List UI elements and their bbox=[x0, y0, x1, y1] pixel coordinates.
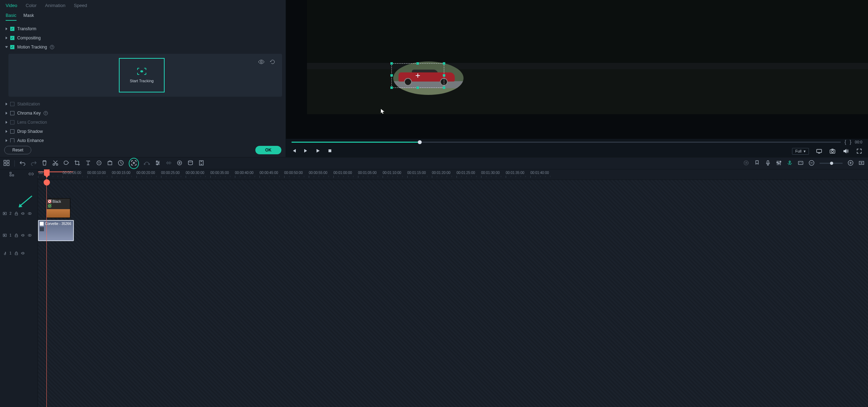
zoom-slider[interactable] bbox=[819, 163, 843, 164]
text-icon[interactable] bbox=[85, 160, 91, 167]
cut-icon[interactable] bbox=[52, 160, 58, 167]
compositing-checkbox[interactable]: ✓ bbox=[10, 36, 14, 40]
preview-viewport[interactable] bbox=[286, 0, 868, 139]
playhead-flag[interactable] bbox=[44, 169, 50, 176]
stabilization-checkbox[interactable] bbox=[10, 102, 14, 106]
mute-icon[interactable] bbox=[21, 233, 25, 237]
zoom-fit-icon[interactable] bbox=[859, 160, 864, 167]
preview-tracking-icon[interactable] bbox=[258, 59, 264, 66]
tracking-center-cross[interactable] bbox=[416, 73, 420, 78]
motion-tracking-checkbox[interactable]: ✓ bbox=[10, 45, 14, 49]
tracking-rectangle[interactable] bbox=[391, 63, 444, 88]
caption-icon[interactable] bbox=[798, 160, 804, 167]
speed-icon[interactable] bbox=[118, 160, 124, 167]
tab-video[interactable]: Video bbox=[6, 3, 17, 8]
snapshot-icon[interactable] bbox=[829, 148, 836, 154]
clip-black[interactable]: Black bbox=[46, 198, 70, 218]
adjust-icon[interactable] bbox=[155, 160, 161, 167]
timeline-canvas[interactable]: :00:0000:00:05:0000:00:10:0000:00:15:000… bbox=[38, 169, 868, 407]
zoom-in-icon[interactable] bbox=[848, 160, 854, 167]
display-mode-icon[interactable] bbox=[816, 148, 822, 154]
marker-icon[interactable] bbox=[754, 160, 760, 167]
step-forward-button[interactable] bbox=[304, 148, 308, 154]
resize-handle-w[interactable] bbox=[390, 74, 393, 77]
step-back-button[interactable] bbox=[292, 148, 296, 154]
track-header-v1[interactable]: 1 bbox=[0, 224, 38, 246]
resize-handle-sw[interactable] bbox=[390, 86, 393, 89]
resize-handle-s[interactable] bbox=[416, 86, 419, 89]
resize-handle-n[interactable] bbox=[416, 62, 419, 65]
help-icon[interactable]: ? bbox=[44, 111, 48, 115]
section-motion-tracking[interactable]: ✓ Motion Tracking ? bbox=[6, 43, 282, 52]
resize-handle-nw[interactable] bbox=[390, 62, 393, 65]
play-button[interactable] bbox=[315, 148, 320, 154]
label-icon[interactable] bbox=[63, 160, 69, 167]
playhead-grip[interactable] bbox=[44, 179, 50, 186]
stop-button[interactable] bbox=[327, 148, 332, 154]
crop-icon[interactable] bbox=[74, 160, 80, 167]
color-match-icon[interactable] bbox=[107, 160, 113, 167]
visibility-icon[interactable] bbox=[28, 233, 32, 237]
quality-dropdown[interactable]: Full ▾ bbox=[792, 148, 809, 155]
resize-handle-ne[interactable] bbox=[443, 62, 445, 65]
zoom-out-icon[interactable] bbox=[809, 160, 815, 167]
motion-tracking-tool-icon[interactable] bbox=[129, 158, 139, 169]
section-drop-shadow[interactable]: Drop Shadow bbox=[6, 127, 282, 136]
section-chroma-key[interactable]: Chroma Key ? bbox=[6, 109, 282, 118]
undo-icon[interactable] bbox=[20, 160, 26, 167]
tab-color[interactable]: Color bbox=[26, 3, 37, 8]
effects-icon[interactable] bbox=[743, 160, 749, 167]
tab-speed[interactable]: Speed bbox=[74, 3, 87, 8]
start-tracking-button[interactable]: Start Tracking bbox=[119, 58, 165, 92]
transform-checkbox[interactable]: ✓ bbox=[10, 27, 14, 31]
section-stabilization[interactable]: Stabilization bbox=[6, 99, 282, 109]
tracks-area[interactable]: Black Corvette - 35266 bbox=[38, 180, 868, 407]
scrub-track[interactable] bbox=[292, 142, 841, 143]
mark-in-brace[interactable]: { bbox=[844, 139, 846, 145]
lens-correction-checkbox[interactable] bbox=[10, 120, 14, 124]
audio-sync-icon[interactable] bbox=[166, 160, 172, 167]
redo-icon[interactable] bbox=[31, 160, 37, 167]
link-icon[interactable] bbox=[28, 172, 34, 178]
track-header-a1[interactable]: 1 bbox=[0, 246, 38, 260]
tab-animation[interactable]: Animation bbox=[45, 3, 65, 8]
section-transform[interactable]: ✓ Transform bbox=[6, 24, 282, 33]
expand-icon[interactable] bbox=[198, 160, 204, 167]
auto-ripple-icon[interactable] bbox=[787, 160, 793, 167]
render-icon[interactable] bbox=[187, 160, 193, 167]
reset-button[interactable]: Reset bbox=[4, 146, 31, 154]
audio-mixer-icon[interactable] bbox=[776, 160, 782, 167]
snapping-icon[interactable] bbox=[9, 172, 14, 178]
chroma-key-checkbox[interactable] bbox=[10, 111, 14, 115]
zoom-thumb[interactable] bbox=[830, 162, 833, 165]
voice-icon[interactable] bbox=[765, 160, 771, 167]
arrange-icon[interactable] bbox=[4, 160, 9, 167]
keyframe-path-icon[interactable] bbox=[144, 160, 150, 167]
lock-icon[interactable] bbox=[14, 251, 18, 255]
volume-icon[interactable] bbox=[843, 148, 849, 154]
resize-handle-se[interactable] bbox=[443, 86, 445, 89]
drop-shadow-checkbox[interactable] bbox=[10, 129, 14, 134]
resize-handle-e[interactable] bbox=[443, 74, 445, 77]
ok-button[interactable]: OK bbox=[255, 146, 281, 154]
delete-icon[interactable] bbox=[42, 160, 47, 167]
section-compositing[interactable]: ✓ Compositing bbox=[6, 33, 282, 43]
mute-icon[interactable] bbox=[21, 251, 25, 255]
section-lens-correction[interactable]: Lens Correction bbox=[6, 118, 282, 127]
help-icon[interactable]: ? bbox=[50, 45, 54, 49]
add-marker-icon[interactable] bbox=[177, 160, 183, 167]
auto-enhance-checkbox[interactable] bbox=[10, 138, 14, 142]
subtab-mask[interactable]: Mask bbox=[24, 13, 34, 21]
fullscreen-icon[interactable] bbox=[856, 148, 862, 154]
playhead-line[interactable] bbox=[46, 169, 47, 407]
reset-tracking-icon[interactable] bbox=[269, 59, 276, 66]
subtab-basic[interactable]: Basic bbox=[6, 13, 17, 21]
timeline-ruler[interactable]: :00:0000:00:05:0000:00:10:0000:00:15:000… bbox=[38, 169, 868, 180]
mute-icon[interactable] bbox=[21, 212, 25, 215]
mark-out-brace[interactable]: } bbox=[850, 139, 851, 145]
clip-corvette[interactable]: Corvette - 35266 bbox=[38, 220, 74, 241]
lock-icon[interactable] bbox=[14, 233, 18, 237]
section-auto-enhance[interactable]: Auto Enhance bbox=[6, 136, 282, 142]
visibility-icon[interactable] bbox=[28, 212, 32, 215]
link-clip-icon[interactable] bbox=[96, 160, 102, 167]
